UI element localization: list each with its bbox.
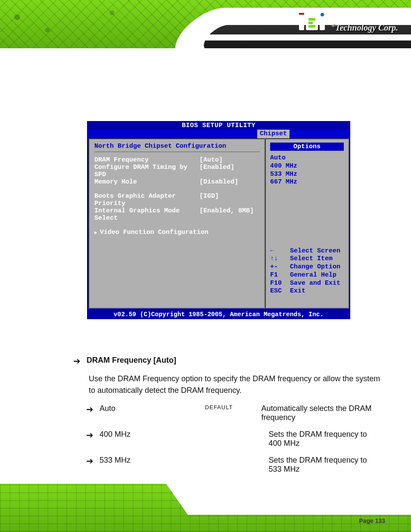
nav-key: +- xyxy=(270,263,290,271)
footer-banner: Page 133 xyxy=(0,484,411,532)
row-label: 400 MHz xyxy=(100,430,210,439)
triangle-right-icon: ▶ xyxy=(94,230,97,235)
bios-section-title: North Bridge Chipset Configuration xyxy=(94,143,260,152)
setting-value: [Auto] xyxy=(199,156,223,164)
option-item[interactable]: 667 MHz xyxy=(270,178,344,187)
svg-rect-3 xyxy=(308,18,315,21)
setting-row[interactable]: Memory Hole [Disabled] xyxy=(94,178,260,186)
setting-value: [IGD] xyxy=(199,193,219,207)
nav-action: Save and Exit xyxy=(290,280,340,288)
row-desc: Sets the DRAM frequency to 533 MHz xyxy=(269,456,381,474)
bios-right-pane: Options Auto 400 MHz 533 MHz 667 MHz ←Se… xyxy=(265,138,349,308)
setting-value: [Enabled] xyxy=(199,164,234,178)
nav-key: F1 xyxy=(270,271,290,280)
brand-text: ®Technology Corp. xyxy=(331,22,398,33)
arrow-right-icon: ➔ xyxy=(86,457,93,465)
setting-row[interactable]: Configure DRAM Timing by SPD [Enabled] xyxy=(94,164,260,178)
arrow-right-icon: ➔ xyxy=(86,405,93,414)
header-banner: ®Technology Corp. xyxy=(0,0,411,48)
row-mid: DEFAULT xyxy=(205,404,262,411)
nav-key: ← xyxy=(270,247,290,255)
svg-rect-4 xyxy=(308,22,313,24)
bios-tab-bar: Chipset xyxy=(87,130,350,138)
setting-value: [Disabled] xyxy=(199,178,238,186)
option-item[interactable]: 533 MHz xyxy=(270,171,344,179)
swoosh-thin xyxy=(187,34,411,40)
option-item[interactable]: 400 MHz xyxy=(270,162,344,171)
bios-left-pane: North Bridge Chipset Configuration DRAM … xyxy=(88,138,265,308)
row-label: 533 MHz xyxy=(100,456,210,465)
setting-row[interactable]: DRAM Frequency [Auto] xyxy=(94,156,260,164)
option-item[interactable]: Auto xyxy=(270,154,344,162)
bios-title: BIOS SETUP UTILITY xyxy=(87,121,350,130)
setting-value: [Enabled, 8MB] xyxy=(199,207,254,222)
nav-action: Select Item xyxy=(290,255,333,263)
setting-label: Configure DRAM Timing by SPD xyxy=(94,164,199,178)
arrow-right-icon: ➔ xyxy=(86,431,93,439)
submenu-item[interactable]: ▶ Video Function Configuration xyxy=(94,229,260,236)
nav-help: ←Select Screen ↑↓Select Item +-Change Op… xyxy=(270,247,344,296)
submenu-label: Video Function Configuration xyxy=(100,229,209,236)
setting-label: Boots Graphic Adapter Priority xyxy=(94,193,199,207)
svg-rect-1 xyxy=(299,13,304,15)
row-desc: Automatically selects the DRAM frequency xyxy=(261,404,381,422)
page-number: Page 133 xyxy=(359,517,385,524)
body-intro: Use the DRAM Frequency option to specify… xyxy=(89,373,381,396)
row-desc: Sets the DRAM frequency to 400 MHz xyxy=(269,430,381,448)
nav-key: F10 xyxy=(270,280,290,288)
setting-row[interactable]: Boots Graphic Adapter Priority [IGD] xyxy=(94,193,260,207)
arrow-right-icon: ➔ xyxy=(73,357,81,365)
body-heading: DRAM Frequency [Auto] xyxy=(87,356,176,365)
brand-logo xyxy=(299,13,325,33)
svg-rect-6 xyxy=(320,16,325,30)
row-label: Auto xyxy=(100,404,205,413)
svg-rect-0 xyxy=(299,16,304,30)
nav-action: Change Option xyxy=(290,263,340,271)
swoosh-white-bottom xyxy=(152,484,411,515)
svg-rect-5 xyxy=(308,25,315,28)
options-list: Auto 400 MHz 533 MHz 667 MHz xyxy=(270,154,344,187)
svg-point-7 xyxy=(321,13,324,16)
setting-row[interactable]: Internal Graphics Mode Select [Enabled, … xyxy=(94,207,260,222)
nav-key: ESC xyxy=(270,287,290,296)
options-header: Options xyxy=(270,143,344,151)
page-body: ➔ DRAM Frequency [Auto] Use the DRAM Fre… xyxy=(73,345,381,474)
bios-tab-chipset[interactable]: Chipset xyxy=(257,130,290,138)
bios-screenshot: BIOS SETUP UTILITY Chipset North Bridge … xyxy=(87,121,350,318)
bios-copyright: v02.59 (C)Copyright 1985-2005, American … xyxy=(87,310,350,319)
setting-label: Internal Graphics Mode Select xyxy=(94,207,199,222)
nav-key: ↑↓ xyxy=(270,255,290,263)
nav-action: Exit xyxy=(290,287,305,296)
setting-label: DRAM Frequency xyxy=(94,156,199,164)
nav-action: General Help xyxy=(290,271,336,280)
setting-label: Memory Hole xyxy=(94,178,199,186)
nav-action: Select Screen xyxy=(290,247,340,255)
